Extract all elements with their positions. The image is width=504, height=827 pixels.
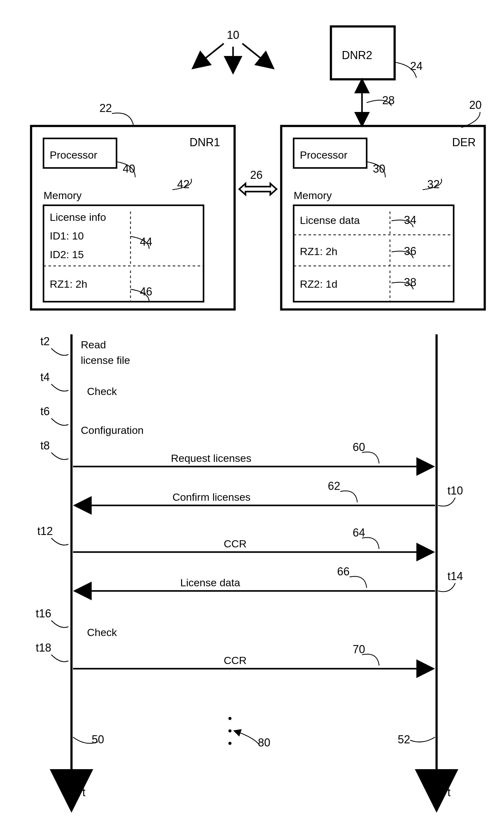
label-rz1b: RZ1: 2h [300, 245, 337, 257]
ref-46: 46 [140, 285, 152, 298]
label-msg-ccr2: CCR [224, 654, 247, 666]
ref-70: 70 [353, 643, 365, 655]
label-check2: Check [87, 626, 117, 638]
ref-64: 64 [353, 526, 365, 539]
ellipsis: 80 [228, 717, 270, 749]
label-msg-ccr1: CCR [224, 538, 247, 549]
label-read2: license file [81, 354, 130, 366]
ref-10: 10 [227, 29, 239, 41]
ref-36: 36 [404, 245, 416, 257]
label-msg-conf: Confirm licenses [172, 491, 250, 503]
label-msg-lic: License data [180, 577, 240, 588]
label-rz2: RZ2: 1d [300, 278, 337, 290]
svg-line-2 [242, 44, 273, 68]
label-memory-der: Memory [294, 189, 332, 201]
label-t4: t4 [40, 371, 50, 384]
svg-point-20 [228, 729, 231, 732]
label-id2: ID2: 15 [50, 248, 84, 260]
axis-t-right: t [447, 786, 451, 799]
label-processor-dnr1: Processor [50, 149, 97, 161]
ref-26: 26 [250, 168, 263, 181]
box-processor-der: Processor 30 [294, 138, 385, 177]
ref-50: 50 [92, 733, 104, 746]
label-id1: ID1: 10 [50, 230, 84, 242]
svg-point-19 [228, 717, 231, 720]
label-read1: Read [81, 339, 106, 350]
ref-80: 80 [258, 736, 270, 749]
box-dnr2: DNR2 24 [331, 27, 423, 79]
ref-44: 44 [140, 235, 152, 248]
label-t14: t14 [447, 570, 463, 583]
label-t16: t16 [36, 607, 51, 620]
ref-66: 66 [337, 565, 349, 578]
link-26: 26 [239, 168, 277, 195]
ref-22: 22 [100, 102, 112, 114]
box-processor-dnr1: Processor 40 [44, 138, 135, 177]
ref-62: 62 [328, 480, 340, 492]
label-t8: t8 [40, 439, 50, 452]
box-memory-der: Memory 32 License data 34 RZ1: 2h 36 RZ2… [294, 178, 454, 302]
ref-60: 60 [353, 441, 365, 453]
label-msg-req: Request licenses [171, 452, 251, 464]
ref-10-spray: 10 [193, 29, 273, 73]
label-dnr2: DNR2 [342, 49, 372, 61]
ref-34: 34 [404, 214, 416, 227]
ref-40: 40 [123, 162, 135, 175]
ref-24: 24 [410, 60, 423, 72]
link-28: 28 [362, 81, 395, 125]
ref-28: 28 [382, 94, 395, 107]
label-dnr1: DNR1 [189, 136, 220, 149]
diagram: 10 DNR2 24 28 22 20 DNR1 DER 26 Processo… [0, 0, 504, 827]
label-processor-der: Processor [300, 149, 347, 161]
ref-30: 30 [373, 162, 385, 175]
label-t6: t6 [40, 405, 50, 418]
label-t18: t18 [36, 641, 51, 654]
label-t2: t2 [40, 335, 50, 348]
svg-line-0 [193, 44, 224, 68]
ref-42: 42 [177, 178, 189, 191]
label-license-data: License data [300, 214, 360, 226]
ref-20: 20 [469, 99, 482, 111]
ref-32: 32 [427, 178, 440, 191]
label-memory-dnr1: Memory [44, 189, 82, 201]
label-t10: t10 [447, 484, 463, 497]
label-config: Configuration [81, 424, 144, 436]
box-memory-dnr1: Memory 42 License info ID1: 10 ID2: 15 4… [44, 178, 204, 302]
svg-point-21 [228, 742, 231, 745]
ref-52: 52 [398, 733, 410, 746]
label-license-info: License info [50, 211, 106, 223]
label-check1: Check [87, 385, 117, 397]
label-der: DER [452, 136, 476, 149]
ref-38: 38 [404, 276, 416, 289]
axis-t-left: t [82, 786, 86, 799]
label-rz1a: RZ1: 2h [50, 278, 87, 290]
label-t12: t12 [37, 525, 53, 537]
